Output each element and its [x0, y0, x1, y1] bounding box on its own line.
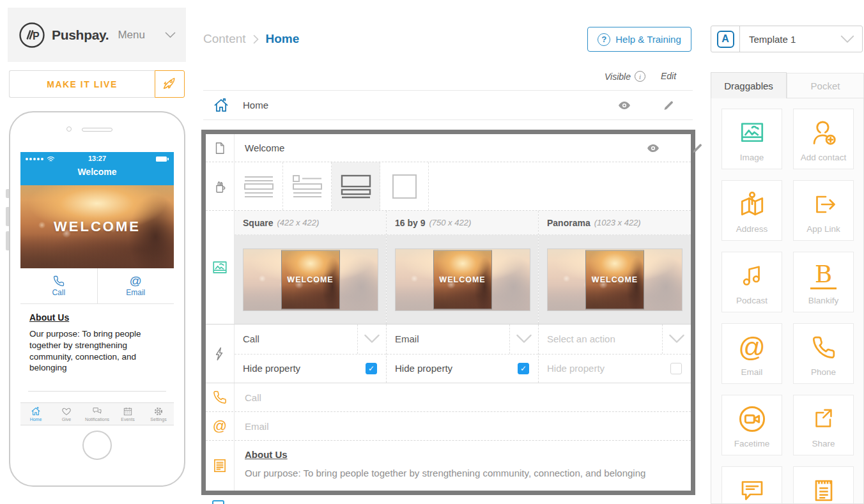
draggable-image[interactable]: Image: [721, 109, 782, 169]
lightning-icon: [206, 325, 235, 383]
phone-camera: [66, 126, 72, 132]
phone-divider: [28, 391, 166, 392]
help-training-button[interactable]: Help & Training: [587, 27, 691, 52]
brand-header: P Pushpay. Menu: [8, 8, 186, 62]
phone-time: 13:27: [20, 155, 174, 162]
page-icon: [206, 134, 235, 162]
crop-region[interactable]: WELCOME: [281, 250, 340, 309]
image-icon: [206, 211, 235, 324]
phone-tab-notifications: Notifications: [82, 403, 112, 425]
visibility-eye-button[interactable]: [646, 141, 660, 155]
phone-hero-text: WELCOME: [54, 218, 141, 235]
draggable-address[interactable]: Address: [721, 180, 782, 241]
breadcrumb-home[interactable]: Home: [266, 32, 300, 46]
calendar-icon: [123, 406, 133, 416]
draggable-blankify[interactable]: B Blankify: [793, 252, 854, 312]
phone-email-icon: @: [130, 275, 142, 287]
image-icon: [739, 109, 766, 153]
hide-property-checkbox[interactable]: [670, 363, 682, 374]
edit-pencil-button[interactable]: [691, 142, 704, 154]
layout-option-banner[interactable]: [332, 162, 380, 210]
draggable-email[interactable]: @ Email: [721, 323, 782, 384]
welcome-title-row: Welcome: [206, 134, 691, 162]
draggable-app-link[interactable]: App Link: [793, 180, 854, 241]
draggable-share[interactable]: Share: [793, 395, 854, 455]
about-text-row: About Us Our purpose: To bring people to…: [206, 441, 691, 491]
about-text-editor[interactable]: About Us Our purpose: To bring people to…: [235, 441, 645, 491]
crop-region[interactable]: WELCOME: [585, 250, 644, 309]
at-sign-icon: @: [206, 412, 235, 440]
chevron-down-icon[interactable]: [165, 32, 176, 38]
call-field-row[interactable]: Call: [206, 383, 691, 412]
phone-call-icon: [53, 275, 65, 287]
draggable-add-contact[interactable]: Add contact: [793, 109, 854, 169]
phone-home-button: [82, 431, 112, 460]
question-mark-icon: [598, 33, 610, 46]
phone-icon: [812, 324, 836, 367]
draggable-podcast[interactable]: Podcast: [721, 252, 782, 312]
action-slot-1: Call Hide property: [235, 325, 387, 383]
phone-nav-title: Welcome: [20, 167, 174, 177]
layout-selector-row: [206, 162, 691, 211]
home-icon: [31, 406, 41, 416]
breadcrumb-content[interactable]: Content: [203, 32, 246, 46]
draggable-message[interactable]: [721, 466, 782, 504]
tab-pocket[interactable]: Pocket: [787, 73, 864, 98]
email-field-row[interactable]: @ Email: [206, 412, 691, 441]
add-contact-icon: [810, 109, 838, 153]
image-crop-panorama: Panorama (1023 x 422) WELCOME: [539, 211, 691, 324]
tab-draggables[interactable]: Draggables: [711, 72, 787, 98]
hide-property-checkbox[interactable]: [518, 363, 529, 374]
chat-bubbles-icon: [92, 406, 102, 416]
app-window: P Pushpay. Menu MAKE IT LIVE 13:27 Welco…: [0, 0, 864, 504]
draggable-facetime[interactable]: Facetime: [721, 395, 782, 455]
layout-option-text[interactable]: [235, 162, 283, 210]
layout-option-thumb-text[interactable]: [283, 162, 332, 210]
video-camera-icon: [737, 395, 767, 439]
draggable-phone[interactable]: Phone: [793, 323, 854, 384]
chevron-right-icon: [253, 34, 259, 44]
size-label: 16 by 9 (750 x 422): [387, 211, 538, 235]
home-icon: [213, 97, 229, 114]
edit-pencil-button[interactable]: [663, 99, 675, 111]
phone-tab-events: Events: [112, 403, 143, 425]
image-thumbnail[interactable]: WELCOME: [547, 248, 683, 311]
pushpay-logo-icon: P: [18, 21, 46, 49]
phone-call-button: Call: [20, 268, 98, 303]
size-label: Square (422 x 422): [235, 211, 386, 235]
edit-column-header: Edit: [661, 71, 676, 81]
crop-region[interactable]: WELCOME: [433, 250, 492, 309]
info-icon[interactable]: [635, 71, 645, 82]
action-select[interactable]: Call: [235, 325, 386, 354]
hide-property-checkbox[interactable]: [366, 363, 377, 374]
phone-about-heading: About Us: [29, 312, 165, 323]
phone-tabbar: Home Give Notifications Events Settings: [20, 402, 174, 425]
phone-quick-actions: Call @ Email: [20, 268, 174, 304]
template-selector[interactable]: Template 1: [711, 26, 863, 52]
make-it-live-button[interactable]: MAKE IT LIVE: [9, 70, 185, 98]
map-pin-icon: [738, 181, 766, 224]
phone-preview: 13:27 Welcome WELCOME Call @ Email: [9, 111, 185, 487]
action-select[interactable]: Email: [387, 325, 538, 354]
image-crop-square: Square (422 x 422) WELCOME: [235, 211, 387, 324]
action-select[interactable]: Select an action: [539, 325, 691, 354]
action-slot-2: Email Hide property: [387, 325, 539, 383]
menu-label[interactable]: Menu: [118, 29, 145, 42]
heart-icon: [61, 406, 72, 416]
draggables-panel: Image Add contact Address App Link Podca…: [711, 98, 864, 504]
phone-icon: [206, 383, 235, 411]
gear-icon: [153, 406, 164, 416]
image-thumbnail[interactable]: WELCOME: [243, 248, 378, 311]
layout-option-blank[interactable]: [380, 162, 429, 210]
phone-about-section: About Us Our purpose: To bring people to…: [20, 304, 174, 374]
image-thumbnail[interactable]: WELCOME: [395, 248, 530, 311]
template-label: Template 1: [740, 34, 840, 45]
breadcrumb: Content Home: [203, 32, 299, 46]
visibility-eye-button[interactable]: [617, 98, 631, 112]
draggable-notes[interactable]: [793, 466, 854, 504]
action-slot-3: Select an action Hide property: [539, 325, 691, 383]
phone-screen: 13:27 Welcome WELCOME Call @ Email: [20, 152, 174, 455]
phone-call-label: Call: [52, 288, 65, 297]
app-link-icon: [810, 181, 837, 224]
image-crop-16by9: 16 by 9 (750 x 422) WELCOME: [387, 211, 539, 324]
